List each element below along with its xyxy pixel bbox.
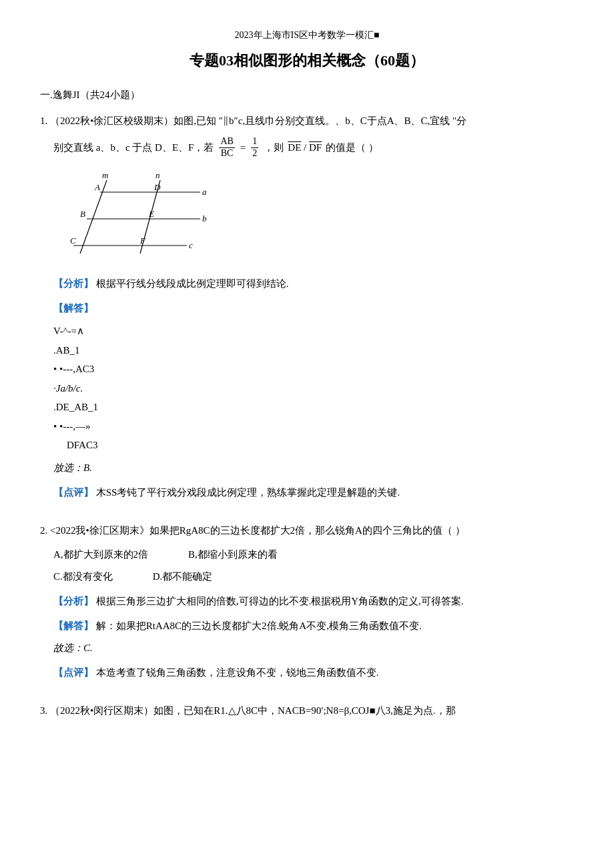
- q1-ans-line7: DFAC3: [67, 436, 574, 455]
- q2-option-b: B,都缩小到原来的看: [188, 546, 278, 564]
- q2-answer-text: 解：如果把RtAA8C的三边长度都扩大2倍.蜕角A不变,模角三角函数值不变.: [96, 620, 422, 631]
- q1-ans-line5: .DE_AB_1: [53, 398, 574, 417]
- q2-answer-block: 【解答】 解：如果把RtAA8C的三边长度都扩大2倍.蜕角A不变,模角三角函数值…: [53, 617, 574, 635]
- svg-text:n: n: [156, 170, 160, 180]
- question-3-block: 3. （2022秋•闵行区期末）如图，已知在R1.△八8C中，NACB=90′;…: [40, 701, 574, 721]
- q1-final-answer: 放选：B.: [53, 459, 574, 477]
- q1-diagram: m n A D a B E b C F c: [60, 167, 207, 267]
- q2-number: 2.: [40, 525, 47, 536]
- q3-text-main: （2022秋•闵行区期末）如图，已知在R1.△八8C中，NACB=90′;N8=…: [50, 705, 456, 716]
- q2-option-d: D.都不能确定: [153, 568, 213, 586]
- svg-text:C: C: [70, 236, 76, 246]
- q1-answer-lines: V-^-=∧ .AB_1 • •---,AC3 ·Ja/b/c. .DE_AB_…: [53, 322, 574, 455]
- svg-text:B: B: [80, 209, 85, 219]
- svg-text:F: F: [139, 236, 146, 246]
- svg-text:b: b: [202, 213, 207, 224]
- q1-comment-text: 木SS考钝了平行戏分戏段成比例定理，熟练掌握此定理是解题的关键.: [96, 487, 400, 498]
- question-1-text: 1. （2022秋•徐汇区校级期末）如图,已知 ″∥b″c,且线巾分别交直线。、…: [40, 111, 574, 131]
- q2-option-a: A,都扩大到原来的2倍: [53, 546, 148, 564]
- q2-options: A,都扩大到原来的2倍 B,都缩小到原来的看: [53, 546, 574, 564]
- svg-text:D: D: [154, 182, 161, 192]
- q1-ans-line1: V-^-=∧: [53, 322, 574, 341]
- section1-heading: 一.逸舞JI（共24小题）: [40, 86, 574, 104]
- q1-equals: =: [240, 139, 246, 157]
- q1-de-df: DE / DF: [288, 139, 322, 157]
- q2-answer-tag: 【解答】: [53, 620, 93, 631]
- q3-number: 3.: [40, 705, 47, 716]
- svg-text:E: E: [148, 209, 154, 219]
- q2-analysis-text: 根据三角形三边扩大相同的倍数,可得边的比不变.根据税用Y角函数的定义,可得答案.: [96, 596, 464, 606]
- q2-comment-text: 本造考查了锐角三角函数，注意设角不变，锐地三角函数值不变.: [96, 667, 379, 678]
- q1-analysis-tag: 【分析】: [53, 278, 93, 289]
- svg-text:a: a: [202, 187, 207, 197]
- q1-ans-line4: ·Ja/b/c.: [53, 379, 574, 398]
- q1-comment-tag: 【点评】: [53, 487, 93, 498]
- q2-options-row2: C.都没有变化 D.都不能确定: [53, 568, 574, 586]
- q1-text2: 别交直线 a、b、c 于点 D、E、F，若: [53, 139, 214, 157]
- q2-final-answer: 故选：C.: [53, 639, 574, 657]
- q2-analysis: 【分析】 根据三角形三边扩大相同的倍数,可得边的比不变.根据税用Y角函数的定义,…: [53, 592, 574, 610]
- svg-text:m: m: [102, 170, 108, 180]
- q1-text-main: （2022秋•徐汇区校级期末）如图,已知 ″∥b″c,且线巾分别交直线。、b、C…: [50, 115, 467, 126]
- question-1-line2: 别交直线 a、b、c 于点 D、E、F，若 AB BC = 1 2 ，则 DE …: [53, 136, 574, 159]
- q1-ans-line3: • •---,AC3: [53, 360, 574, 379]
- q1-analysis: 【分析】 根据平行线分线段成比例定理即可得到结论.: [53, 275, 574, 293]
- q1-number: 1.: [40, 115, 47, 126]
- q1-ans-line2: .AB_1: [53, 341, 574, 360]
- question-1-block: 1. （2022秋•徐汇区校级期末）如图,已知 ″∥b″c,且线巾分别交直线。、…: [40, 111, 574, 502]
- q2-comment-tag: 【点评】: [53, 667, 93, 678]
- page-title: 专题03相似图形的相关概念（60题）: [40, 47, 574, 74]
- q1-comment: 【点评】 木SS考钝了平行戏分戏段成比例定理，熟练掌握此定理是解题的关键.: [53, 484, 574, 502]
- q1-fraction-ab: AB BC: [219, 136, 234, 159]
- svg-text:A: A: [94, 182, 100, 192]
- question-3-text: 3. （2022秋•闵行区期末）如图，已知在R1.△八8C中，NACB=90′;…: [40, 701, 574, 721]
- q1-answer-tag: 【解答】: [53, 303, 93, 314]
- q1-suffix: ，则: [264, 139, 284, 157]
- svg-text:c: c: [189, 240, 193, 250]
- q1-answer-block: 【解答】: [53, 300, 574, 318]
- q1-ans-line6: • •---,—»: [53, 417, 574, 436]
- q1-analysis-text: 根据平行线分线段成比例定理即可得到结论.: [96, 278, 289, 289]
- question-2-text: 2. <2022我•徐汇区期末》如果把RgA8C的三边长度都扩大2倍，那么锐角A…: [40, 520, 574, 540]
- question-2-block: 2. <2022我•徐汇区期末》如果把RgA8C的三边长度都扩大2倍，那么锐角A…: [40, 520, 574, 682]
- q1-question-end: 的值是（ ）: [326, 139, 378, 157]
- page-header-sub: 2023年上海市IS区中考数学一模汇■: [40, 27, 574, 43]
- q2-comment: 【点评】 本造考查了锐角三角函数，注意设角不变，锐地三角函数值不变.: [53, 664, 574, 682]
- q1-fraction-val: 1 2: [251, 136, 258, 159]
- q2-option-c: C.都没有变化: [53, 568, 113, 586]
- q2-analysis-tag: 【分析】: [53, 596, 93, 606]
- q1-diagram-svg: m n A D a B E b C F c: [60, 167, 207, 267]
- q2-text-main: <2022我•徐汇区期末》如果把RgA8C的三边长度都扩大2倍，那么锐角A的四个…: [50, 525, 465, 536]
